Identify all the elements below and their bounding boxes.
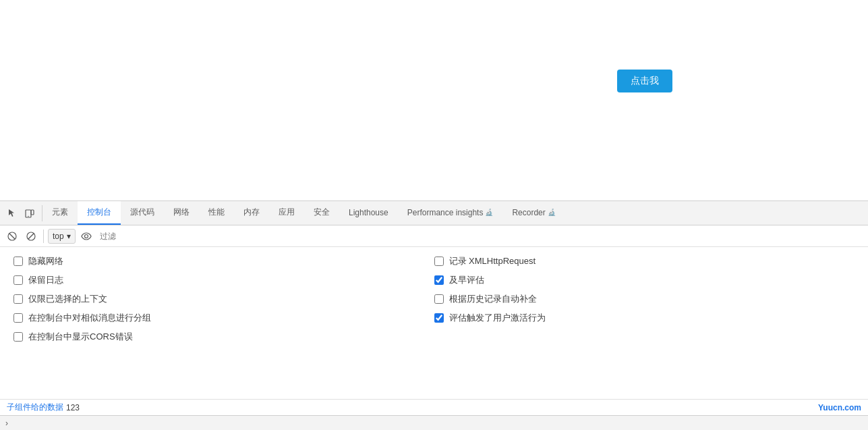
chevron-down-icon: ▾ (67, 232, 71, 241)
status-left: 子组件给的数据 123 (7, 402, 80, 413)
group-similar-option[interactable]: 在控制台中对相似消息进行分组 (13, 312, 434, 324)
console-toolbar: top ▾ (0, 225, 868, 247)
devtools-tab-bar: 元素 控制台 源代码 网络 性能 内存 应用 (0, 201, 868, 225)
tab-recorder[interactable]: Recorder 🔬 (502, 201, 565, 225)
cors-errors-option[interactable]: 在控制台中显示CORS错误 (13, 331, 434, 343)
settings-right-column: 记录 XMLHttpRequest 及早评估 根据历史记录自动补全 评估触发了用… (434, 255, 855, 343)
svg-point-2 (28, 215, 28, 216)
tab-console[interactable]: 控制台 (78, 201, 121, 225)
settings-content: 隐藏网络 保留日志 仅限已选择的上下文 在控制台中对相似消息进行分组 在控制台中… (0, 247, 868, 399)
status-link[interactable]: 子组件给的数据 (7, 402, 63, 413)
log-xmlhttp-checkbox[interactable] (434, 257, 444, 266)
performance-insights-experimental-icon: 🔬 (485, 209, 493, 216)
eager-eval-checkbox[interactable] (434, 275, 444, 285)
clear-console-button[interactable] (4, 228, 20, 244)
selected-context-option[interactable]: 仅限已选择的上下文 (13, 293, 434, 305)
click-me-button[interactable]: 点击我 (617, 70, 672, 92)
tab-source[interactable]: 源代码 (121, 201, 164, 225)
filter-input[interactable] (97, 232, 864, 241)
tab-lighthouse[interactable]: Lighthouse (339, 201, 398, 225)
tab-security[interactable]: 安全 (304, 201, 339, 225)
context-value: top (53, 232, 64, 241)
tab-performance-insights[interactable]: Performance insights 🔬 (398, 201, 503, 225)
hide-network-checkbox[interactable] (13, 257, 23, 266)
tab-performance[interactable]: 性能 (199, 201, 234, 225)
recorder-experimental-icon: 🔬 (548, 209, 556, 216)
devtools-panel: 元素 控制台 源代码 网络 性能 内存 应用 (0, 200, 868, 430)
tab-memory[interactable]: 内存 (234, 201, 269, 225)
cursor-icon-button[interactable] (4, 205, 20, 221)
svg-point-7 (84, 234, 88, 238)
autocomplete-history-checkbox[interactable] (434, 294, 444, 304)
selected-context-checkbox[interactable] (13, 294, 23, 304)
preserve-log-checkbox[interactable] (13, 275, 23, 285)
group-similar-checkbox[interactable] (13, 313, 23, 323)
preserve-log-option[interactable]: 保留日志 (13, 274, 434, 286)
tabs-list: 元素 控制台 源代码 网络 性能 内存 应用 (42, 201, 565, 225)
context-selector[interactable]: top ▾ (48, 229, 76, 244)
svg-rect-1 (31, 210, 34, 215)
eval-triggers-option[interactable]: 评估触发了用户激活行为 (434, 312, 855, 324)
tab-network[interactable]: 网络 (164, 201, 199, 225)
status-watermark: Yuucn.com (818, 403, 861, 412)
cors-errors-checkbox[interactable] (13, 332, 23, 342)
autocomplete-history-option[interactable]: 根据历史记录自动补全 (434, 293, 855, 305)
log-xmlhttp-option[interactable]: 记录 XMLHttpRequest (434, 255, 855, 267)
expand-bar: › (0, 415, 868, 430)
browser-content: 点击我 (0, 0, 868, 200)
tab-application[interactable]: 应用 (269, 201, 304, 225)
toolbar-divider-1 (43, 230, 44, 243)
devtools-icon-buttons (0, 205, 42, 221)
settings-left-column: 隐藏网络 保留日志 仅限已选择的上下文 在控制台中对相似消息进行分组 在控制台中… (13, 255, 434, 343)
svg-line-6 (28, 234, 34, 239)
hide-network-option[interactable]: 隐藏网络 (13, 255, 434, 267)
svg-line-4 (9, 234, 15, 239)
eye-button[interactable] (78, 228, 94, 244)
status-bar: 子组件给的数据 123 Yuucn.com (0, 399, 868, 415)
status-number: 123 (66, 403, 80, 412)
eager-eval-option[interactable]: 及早评估 (434, 274, 855, 286)
device-icon-button[interactable] (22, 205, 38, 221)
tab-elements[interactable]: 元素 (42, 201, 78, 225)
block-button[interactable] (23, 228, 39, 244)
expand-button[interactable]: › (4, 419, 9, 428)
eval-triggers-checkbox[interactable] (434, 313, 444, 323)
